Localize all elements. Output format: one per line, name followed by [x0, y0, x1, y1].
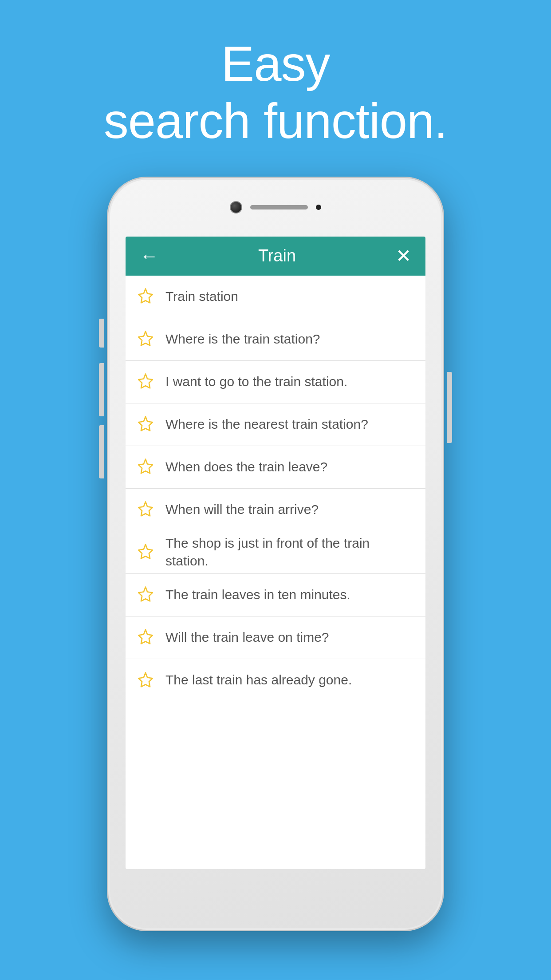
headline-line1: Easy — [104, 36, 448, 93]
app-bar: ← Train ✕ — [126, 237, 425, 276]
list-item-text: Where is the nearest train station? — [165, 415, 368, 434]
list-item-text: When does the train leave? — [165, 458, 327, 476]
headline-line2: search function. — [104, 93, 448, 150]
back-button[interactable]: ← — [140, 247, 158, 265]
star-icon[interactable] — [136, 628, 155, 647]
list-item[interactable]: Will the train leave on time? — [126, 616, 425, 659]
side-button-volume-up — [99, 363, 104, 416]
list-item[interactable]: Train station — [126, 276, 425, 318]
side-button-power — [447, 372, 452, 443]
star-icon[interactable] — [136, 287, 155, 306]
list-container: Train station Where is the train station… — [126, 276, 425, 869]
headline: Easy search function. — [104, 36, 448, 150]
star-icon[interactable] — [136, 330, 155, 348]
list-item[interactable]: The train leaves in ten minutes. — [126, 574, 425, 616]
star-icon[interactable] — [136, 500, 155, 519]
list-item[interactable]: I want to go to the train station. — [126, 361, 425, 403]
app-bar-title: Train — [258, 246, 296, 265]
list-item-text: When will the train arrive? — [165, 501, 319, 519]
list-item[interactable]: When will the train arrive? — [126, 489, 425, 531]
phone-screen: ← Train ✕ Train station Where is the tra… — [126, 237, 425, 869]
camera-icon — [230, 201, 242, 213]
star-icon[interactable] — [136, 543, 155, 561]
star-icon[interactable] — [136, 415, 155, 434]
list-item-text: The last train has already gone. — [165, 671, 352, 689]
close-button[interactable]: ✕ — [396, 247, 411, 265]
star-icon[interactable] — [136, 585, 155, 604]
list-item-text: Where is the train station? — [165, 330, 320, 348]
list-item-text: I want to go to the train station. — [165, 373, 347, 391]
star-icon[interactable] — [136, 372, 155, 391]
phone-mockup: ← Train ✕ Train station Where is the tra… — [107, 177, 444, 931]
star-icon[interactable] — [136, 671, 155, 690]
list-item[interactable]: When does the train leave? — [126, 446, 425, 489]
list-item[interactable]: Where is the train station? — [126, 318, 425, 361]
list-item[interactable]: The last train has already gone. — [126, 659, 425, 702]
star-icon[interactable] — [136, 458, 155, 476]
list-item[interactable]: Where is the nearest train station? — [126, 403, 425, 446]
side-button-volume-down — [99, 425, 104, 478]
list-item-text: The train leaves in ten minutes. — [165, 586, 350, 604]
speaker-grille — [250, 205, 308, 209]
side-button-mute — [99, 319, 104, 348]
list-item-text: Train station — [165, 288, 238, 306]
phone-notch — [230, 201, 321, 213]
list-item-text: Will the train leave on time? — [165, 628, 329, 647]
sensor-dot — [316, 205, 321, 210]
list-item-text: The shop is just in front of the train s… — [165, 534, 415, 570]
list-item[interactable]: The shop is just in front of the train s… — [126, 531, 425, 574]
